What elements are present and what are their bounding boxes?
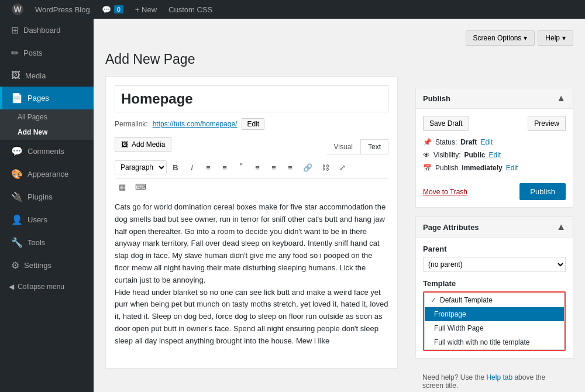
appearance-icon: 🎨 (11, 169, 23, 180)
status-icon: 📌 (423, 138, 432, 146)
parent-label: Parent (423, 245, 566, 253)
visibility-icon: 👁 (423, 151, 430, 159)
publish-actions: Save Draft Preview (423, 116, 566, 131)
editor-toolbar-row2: ▦ ⌨ (115, 178, 388, 195)
permalink-link[interactable]: https://tuts.com/homepage/ (153, 120, 238, 128)
tab-text[interactable]: Text (360, 139, 388, 154)
screen-options-button[interactable]: Screen Options ▾ (466, 30, 535, 46)
visibility-edit-link[interactable]: Edit (488, 151, 501, 159)
publish-time-edit-link[interactable]: Edit (506, 164, 518, 172)
preview-button[interactable]: Preview (528, 116, 566, 131)
move-to-trash-link[interactable]: Move to Trash (423, 188, 467, 196)
special-chars-button[interactable]: ⌨ (131, 180, 150, 194)
admin-bar-wp-logo[interactable]: W (6, 0, 29, 19)
post-title-input[interactable] (115, 85, 388, 112)
editor-toolbar: Paragraph B I ≡ ≡ " ≡ ≡ ≡ 🔗 ⛓ ⤢ (115, 157, 388, 178)
publish-time-value: immediately (462, 164, 502, 172)
wordpress-icon: W (12, 4, 23, 15)
help-text-box: Need help? Use the Help tab above the sc… (415, 367, 573, 392)
fullscreen-button[interactable]: ⤢ (335, 161, 350, 174)
sidebar-item-all-pages[interactable]: All Pages (0, 109, 94, 125)
add-media-button[interactable]: 🖼 Add Media (115, 137, 171, 152)
template-label: Template (423, 279, 566, 288)
publish-box-header: Publish ▲ (416, 88, 573, 109)
publish-box-content: Save Draft Preview 📌 Status: Draft Edit … (416, 109, 573, 207)
unordered-list-button[interactable]: ≡ (201, 161, 216, 174)
page-attributes-toggle[interactable]: ▲ (556, 222, 566, 232)
permalink-row: Permalink: https://tuts.com/homepage/ Ed… (115, 118, 388, 130)
status-edit-link[interactable]: Edit (480, 138, 493, 146)
comment-bubble-icon: 💬 (102, 5, 111, 14)
sidebar-item-comments[interactable]: 💬 Comments (0, 140, 94, 163)
sidebar-item-dashboard[interactable]: ⊞ Dashboard (0, 19, 94, 42)
media-icon: 🖼 (11, 70, 20, 81)
align-left-button[interactable]: ≡ (250, 161, 265, 174)
italic-button[interactable]: I (184, 161, 199, 174)
top-bar: Screen Options ▾ Help ▾ (105, 30, 573, 46)
help-button[interactable]: Help ▾ (538, 30, 573, 46)
ordered-list-button[interactable]: ≡ (217, 161, 232, 174)
editor-section: Permalink: https://tuts.com/homepage/ Ed… (105, 76, 407, 392)
blockquote-button[interactable]: " (233, 160, 249, 175)
pages-arrow-indicator (94, 94, 98, 103)
settings-icon: ⚙ (11, 260, 19, 271)
paragraph-format-select[interactable]: Paragraph (115, 160, 167, 174)
template-option-full-width[interactable]: Full Width Page (425, 321, 564, 335)
sidebar-item-tools[interactable]: 🔧 Tools (0, 231, 94, 254)
sidebar-item-settings[interactable]: ⚙ Settings (0, 254, 94, 277)
sidebar-item-media[interactable]: 🖼 Media (0, 64, 94, 87)
template-option-frontpage[interactable]: Frontpage (425, 307, 564, 321)
template-dropdown-list: ✓ Default Template Frontpage Full Width (424, 293, 565, 350)
align-right-button[interactable]: ≡ (283, 161, 298, 174)
save-draft-button[interactable]: Save Draft (423, 116, 469, 131)
admin-bar-comments[interactable]: 💬 0 (96, 0, 129, 19)
collapse-icon: ◀ (9, 283, 14, 291)
sidebar-item-add-new[interactable]: Add New (0, 125, 94, 140)
align-center-button[interactable]: ≡ (266, 161, 281, 174)
format-table-button[interactable]: ▦ (115, 180, 130, 194)
media-add-icon: 🖼 (121, 140, 128, 149)
admin-bar-custom-css[interactable]: Custom CSS (163, 0, 218, 19)
admin-bar-site-name[interactable]: WordPress Blog (29, 0, 96, 19)
insert-link-button[interactable]: 🔗 (299, 161, 316, 174)
main-content: Screen Options ▾ Help ▾ Add New Page Per… (94, 19, 585, 392)
sidebar-item-plugins[interactable]: 🔌 Plugins (0, 185, 94, 208)
template-option-full-width-no-title[interactable]: Full width with no title template (425, 335, 564, 349)
check-icon: ✓ (431, 296, 436, 304)
page-attributes-content: Parent (no parent) Template ✓ Default Te… (416, 238, 573, 358)
posts-icon: ✏ (11, 47, 19, 59)
publish-button[interactable]: Publish (519, 183, 566, 200)
status-value: Draft (460, 138, 477, 146)
collapse-menu-button[interactable]: ◀ Collapse menu (0, 277, 94, 297)
sidebar-item-pages[interactable]: 📄 Pages (0, 87, 94, 109)
editor-content-area[interactable]: Cats go for world domination cereal boxe… (115, 195, 388, 359)
permalink-edit-button[interactable]: Edit (242, 118, 264, 130)
content-paragraph-2: Hide head under blanket so no one can se… (115, 287, 388, 348)
parent-select[interactable]: (no parent) (423, 257, 566, 272)
publish-footer: Move to Trash Publish (423, 177, 566, 200)
sidebar-item-posts[interactable]: ✏ Posts (0, 42, 94, 64)
content-paragraph-1: Cats go for world domination cereal boxe… (115, 201, 388, 287)
publish-meta-box: Publish ▲ Save Draft Preview 📌 Status: D… (415, 88, 573, 208)
page-attributes-meta-box: Page Attributes ▲ Parent (no parent) Tem… (415, 216, 573, 359)
sidebar-item-appearance[interactable]: 🎨 Appearance (0, 163, 94, 185)
sidebar-item-users[interactable]: 👤 Users (0, 208, 94, 231)
pages-icon: 📄 (11, 92, 23, 104)
publish-box-toggle[interactable]: ▲ (556, 93, 566, 104)
admin-bar-new[interactable]: + New (129, 0, 163, 19)
help-tab-link[interactable]: Help tab (486, 373, 512, 381)
template-option-default[interactable]: ✓ Default Template (425, 293, 564, 307)
users-icon: 👤 (11, 214, 23, 225)
help-chevron-icon: ▾ (562, 34, 566, 42)
tab-visual[interactable]: Visual (326, 139, 360, 154)
screen-options-chevron-icon: ▾ (524, 34, 527, 42)
comment-count-badge: 0 (114, 5, 123, 13)
sidebar: ⊞ Dashboard ✏ Posts 🖼 Media 📄 Pages All … (0, 19, 94, 392)
sidebar-pages-wrapper: 📄 Pages All Pages Add New (0, 87, 94, 140)
remove-link-button[interactable]: ⛓ (318, 161, 333, 174)
tools-icon: 🔧 (11, 237, 23, 248)
status-row: 📌 Status: Draft Edit (423, 138, 566, 146)
bold-button[interactable]: B (168, 161, 183, 174)
right-sidebar: Publish ▲ Save Draft Preview 📌 Status: D… (407, 76, 573, 392)
page-attributes-header: Page Attributes ▲ (416, 217, 573, 238)
